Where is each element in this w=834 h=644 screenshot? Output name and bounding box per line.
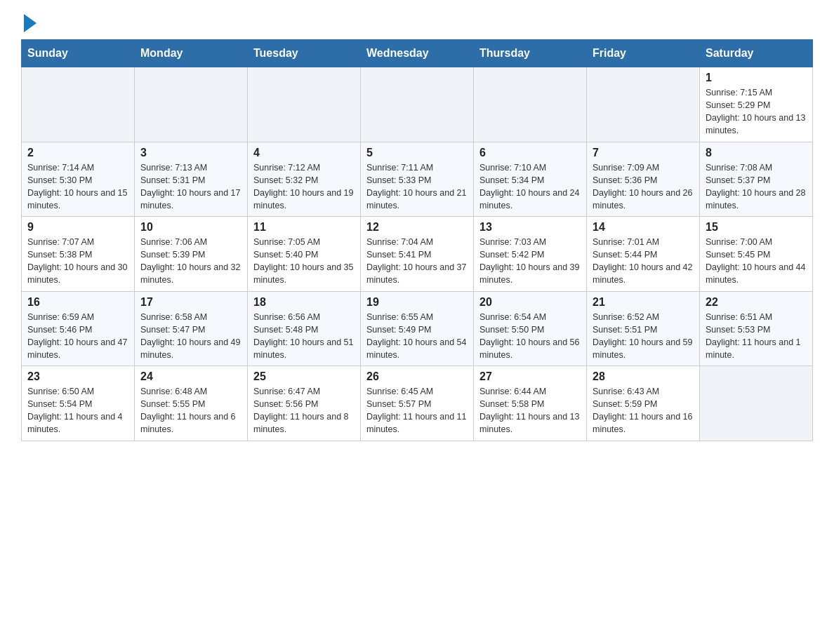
calendar-cell: 3Sunrise: 7:13 AM Sunset: 5:31 PM Daylig… xyxy=(135,142,248,217)
day-number: 12 xyxy=(366,221,468,234)
calendar-cell: 23Sunrise: 6:50 AM Sunset: 5:54 PM Dayli… xyxy=(22,366,135,441)
day-info: Sunrise: 6:50 AM Sunset: 5:54 PM Dayligh… xyxy=(27,385,128,436)
day-number: 14 xyxy=(593,221,694,234)
day-info: Sunrise: 7:06 AM Sunset: 5:39 PM Dayligh… xyxy=(140,236,241,287)
calendar-cell xyxy=(248,67,361,142)
calendar-week-row: 1Sunrise: 7:15 AM Sunset: 5:29 PM Daylig… xyxy=(22,67,813,142)
weekday-header-thursday: Thursday xyxy=(474,40,587,67)
weekday-header-saturday: Saturday xyxy=(700,40,813,67)
day-number: 23 xyxy=(27,370,128,383)
day-number: 22 xyxy=(706,296,807,309)
day-info: Sunrise: 6:55 AM Sunset: 5:49 PM Dayligh… xyxy=(366,311,468,362)
day-info: Sunrise: 7:08 AM Sunset: 5:37 PM Dayligh… xyxy=(706,161,807,213)
day-number: 3 xyxy=(140,147,241,159)
day-info: Sunrise: 7:11 AM Sunset: 5:33 PM Dayligh… xyxy=(366,161,468,213)
calendar-cell: 9Sunrise: 7:07 AM Sunset: 5:38 PM Daylig… xyxy=(22,217,135,292)
calendar-cell: 14Sunrise: 7:01 AM Sunset: 5:44 PM Dayli… xyxy=(587,217,700,292)
calendar-cell: 16Sunrise: 6:59 AM Sunset: 5:46 PM Dayli… xyxy=(22,291,135,366)
calendar-cell xyxy=(587,67,700,142)
day-info: Sunrise: 7:15 AM Sunset: 5:29 PM Dayligh… xyxy=(706,86,807,137)
day-number: 28 xyxy=(593,370,694,383)
day-info: Sunrise: 7:04 AM Sunset: 5:41 PM Dayligh… xyxy=(366,236,468,287)
day-number: 21 xyxy=(593,296,694,309)
calendar-cell: 17Sunrise: 6:58 AM Sunset: 5:47 PM Dayli… xyxy=(135,291,248,366)
day-info: Sunrise: 6:58 AM Sunset: 5:47 PM Dayligh… xyxy=(140,311,241,362)
day-number: 13 xyxy=(479,221,581,234)
day-number: 6 xyxy=(479,147,581,159)
logo-arrow-icon xyxy=(24,14,37,32)
day-info: Sunrise: 6:45 AM Sunset: 5:57 PM Dayligh… xyxy=(366,385,468,436)
calendar-cell: 5Sunrise: 7:11 AM Sunset: 5:33 PM Daylig… xyxy=(361,142,474,217)
calendar-cell: 21Sunrise: 6:52 AM Sunset: 5:51 PM Dayli… xyxy=(587,291,700,366)
calendar-cell: 4Sunrise: 7:12 AM Sunset: 5:32 PM Daylig… xyxy=(248,142,361,217)
day-info: Sunrise: 7:07 AM Sunset: 5:38 PM Dayligh… xyxy=(27,236,128,287)
weekday-header-row: SundayMondayTuesdayWednesdayThursdayFrid… xyxy=(22,40,813,67)
day-number: 18 xyxy=(253,296,355,309)
day-number: 25 xyxy=(253,370,355,383)
calendar-cell: 11Sunrise: 7:05 AM Sunset: 5:40 PM Dayli… xyxy=(248,217,361,292)
day-number: 20 xyxy=(479,296,581,309)
day-info: Sunrise: 7:09 AM Sunset: 5:36 PM Dayligh… xyxy=(593,161,694,213)
day-number: 5 xyxy=(366,147,468,159)
calendar-cell xyxy=(361,67,474,142)
calendar-cell: 19Sunrise: 6:55 AM Sunset: 5:49 PM Dayli… xyxy=(361,291,474,366)
calendar-cell: 22Sunrise: 6:51 AM Sunset: 5:53 PM Dayli… xyxy=(700,291,813,366)
calendar-cell: 2Sunrise: 7:14 AM Sunset: 5:30 PM Daylig… xyxy=(22,142,135,217)
calendar-cell: 25Sunrise: 6:47 AM Sunset: 5:56 PM Dayli… xyxy=(248,366,361,441)
calendar-cell: 15Sunrise: 7:00 AM Sunset: 5:45 PM Dayli… xyxy=(700,217,813,292)
day-info: Sunrise: 7:14 AM Sunset: 5:30 PM Dayligh… xyxy=(27,161,128,213)
day-number: 2 xyxy=(27,147,128,159)
logo xyxy=(21,14,37,32)
day-number: 17 xyxy=(140,296,241,309)
calendar-cell: 18Sunrise: 6:56 AM Sunset: 5:48 PM Dayli… xyxy=(248,291,361,366)
calendar-cell: 6Sunrise: 7:10 AM Sunset: 5:34 PM Daylig… xyxy=(474,142,587,217)
calendar-cell: 24Sunrise: 6:48 AM Sunset: 5:55 PM Dayli… xyxy=(135,366,248,441)
day-number: 24 xyxy=(140,370,241,383)
calendar-cell xyxy=(22,67,135,142)
calendar-week-row: 23Sunrise: 6:50 AM Sunset: 5:54 PM Dayli… xyxy=(22,366,813,441)
day-info: Sunrise: 6:59 AM Sunset: 5:46 PM Dayligh… xyxy=(27,311,128,362)
day-number: 8 xyxy=(706,147,807,159)
day-info: Sunrise: 6:44 AM Sunset: 5:58 PM Dayligh… xyxy=(479,385,581,436)
day-info: Sunrise: 7:05 AM Sunset: 5:40 PM Dayligh… xyxy=(253,236,355,287)
day-info: Sunrise: 7:10 AM Sunset: 5:34 PM Dayligh… xyxy=(479,161,581,213)
day-info: Sunrise: 6:54 AM Sunset: 5:50 PM Dayligh… xyxy=(479,311,581,362)
calendar-cell: 8Sunrise: 7:08 AM Sunset: 5:37 PM Daylig… xyxy=(700,142,813,217)
day-info: Sunrise: 7:12 AM Sunset: 5:32 PM Dayligh… xyxy=(253,161,355,213)
calendar-cell: 13Sunrise: 7:03 AM Sunset: 5:42 PM Dayli… xyxy=(474,217,587,292)
day-number: 10 xyxy=(140,221,241,234)
day-info: Sunrise: 7:00 AM Sunset: 5:45 PM Dayligh… xyxy=(706,236,807,287)
calendar-cell: 1Sunrise: 7:15 AM Sunset: 5:29 PM Daylig… xyxy=(700,67,813,142)
day-number: 7 xyxy=(593,147,694,159)
weekday-header-monday: Monday xyxy=(135,40,248,67)
day-number: 9 xyxy=(27,221,128,234)
day-info: Sunrise: 7:03 AM Sunset: 5:42 PM Dayligh… xyxy=(479,236,581,287)
calendar-cell: 20Sunrise: 6:54 AM Sunset: 5:50 PM Dayli… xyxy=(474,291,587,366)
calendar-week-row: 2Sunrise: 7:14 AM Sunset: 5:30 PM Daylig… xyxy=(22,142,813,217)
day-info: Sunrise: 6:47 AM Sunset: 5:56 PM Dayligh… xyxy=(253,385,355,436)
calendar-cell: 10Sunrise: 7:06 AM Sunset: 5:39 PM Dayli… xyxy=(135,217,248,292)
calendar-cell xyxy=(135,67,248,142)
page-header xyxy=(21,14,813,32)
calendar-cell xyxy=(700,366,813,441)
calendar-table: SundayMondayTuesdayWednesdayThursdayFrid… xyxy=(21,39,813,441)
day-number: 15 xyxy=(706,221,807,234)
day-number: 27 xyxy=(479,370,581,383)
calendar-cell: 12Sunrise: 7:04 AM Sunset: 5:41 PM Dayli… xyxy=(361,217,474,292)
day-number: 1 xyxy=(706,72,807,84)
calendar-cell: 7Sunrise: 7:09 AM Sunset: 5:36 PM Daylig… xyxy=(587,142,700,217)
day-info: Sunrise: 7:01 AM Sunset: 5:44 PM Dayligh… xyxy=(593,236,694,287)
weekday-header-friday: Friday xyxy=(587,40,700,67)
day-info: Sunrise: 6:48 AM Sunset: 5:55 PM Dayligh… xyxy=(140,385,241,436)
day-number: 19 xyxy=(366,296,468,309)
calendar-cell xyxy=(474,67,587,142)
calendar-cell: 28Sunrise: 6:43 AM Sunset: 5:59 PM Dayli… xyxy=(587,366,700,441)
day-info: Sunrise: 7:13 AM Sunset: 5:31 PM Dayligh… xyxy=(140,161,241,213)
calendar-cell: 27Sunrise: 6:44 AM Sunset: 5:58 PM Dayli… xyxy=(474,366,587,441)
day-number: 4 xyxy=(253,147,355,159)
calendar-week-row: 16Sunrise: 6:59 AM Sunset: 5:46 PM Dayli… xyxy=(22,291,813,366)
day-info: Sunrise: 6:52 AM Sunset: 5:51 PM Dayligh… xyxy=(593,311,694,362)
day-info: Sunrise: 6:56 AM Sunset: 5:48 PM Dayligh… xyxy=(253,311,355,362)
weekday-header-sunday: Sunday xyxy=(22,40,135,67)
day-info: Sunrise: 6:43 AM Sunset: 5:59 PM Dayligh… xyxy=(593,385,694,436)
